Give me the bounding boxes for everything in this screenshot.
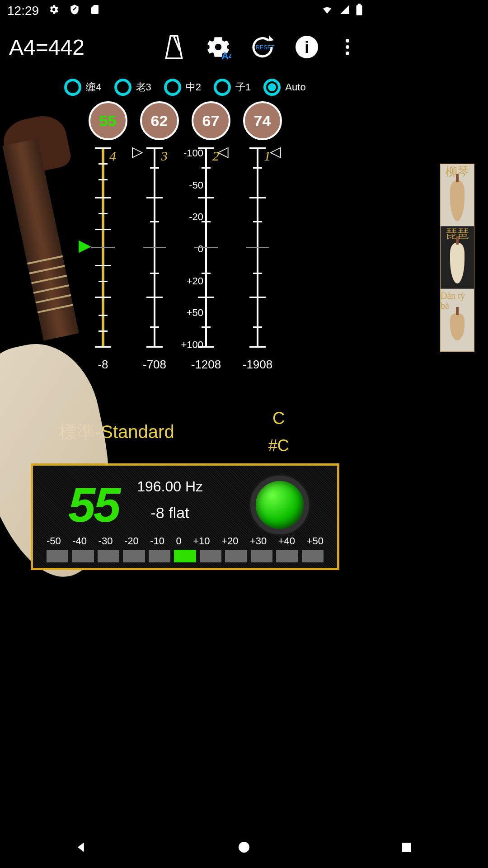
a4-reference-title[interactable]: A4=442 xyxy=(9,35,143,60)
svg-rect-0 xyxy=(357,5,362,15)
app-bar: A4=442 A4 RESET i xyxy=(0,22,370,72)
string-radio-1[interactable]: 子1 xyxy=(214,79,251,96)
midi-button-55[interactable]: 55 xyxy=(89,101,127,140)
meter-string-3: 3 -708 xyxy=(136,143,173,355)
sd-card-icon xyxy=(89,4,100,19)
tuner-display-panel: 55 196.00 Hz -8 flat -50-40-30 -20-100 +… xyxy=(31,463,339,570)
tuning-row: 標準-Standard C #C xyxy=(0,409,370,455)
status-time: 12:29 xyxy=(7,4,39,18)
string-radio-3[interactable]: 老3 xyxy=(114,79,151,96)
svg-rect-1 xyxy=(358,4,361,5)
cents-display: -8 flat xyxy=(137,504,203,522)
info-button[interactable]: i xyxy=(293,33,320,61)
string-radio-auto[interactable]: Auto xyxy=(263,79,305,96)
midi-number-display: 55 xyxy=(68,476,119,533)
wifi-icon xyxy=(320,4,334,18)
svg-text:A4: A4 xyxy=(221,50,231,60)
meter-area: ▷ ◁ ◁ ▶ -100-50 -200 +20+50 +100 4 -8 3 … xyxy=(0,143,370,378)
svg-text:RESET: RESET xyxy=(256,44,275,51)
string-radio-2[interactable]: 中2 xyxy=(164,79,201,96)
meter-string-2: 2 -1208 xyxy=(188,143,224,355)
meter-string-1: 1 -1908 xyxy=(239,143,276,355)
string-select-row: 缠4 老3 中2 子1 Auto xyxy=(0,79,370,96)
midi-button-62[interactable]: 62 xyxy=(140,101,179,140)
midi-button-74[interactable]: 74 xyxy=(243,101,282,140)
metronome-button[interactable] xyxy=(160,33,188,61)
note-sharp-display: #C xyxy=(268,436,289,455)
settings-icon xyxy=(48,4,60,19)
note-display: C xyxy=(268,409,289,428)
reset-button[interactable]: RESET xyxy=(249,33,276,61)
frequency-display: 196.00 Hz xyxy=(137,478,203,495)
midi-row: 55 62 67 74 xyxy=(0,101,370,140)
battery-icon xyxy=(356,4,363,19)
cents-scale: -50-40-30 -20-100 +10+20+30 +40+50 xyxy=(47,535,324,562)
settings-a4-button[interactable]: A4 xyxy=(205,33,232,61)
svg-point-7 xyxy=(346,39,349,42)
tuning-led-indicator xyxy=(250,476,309,534)
status-bar: 12:29 xyxy=(0,0,370,22)
midi-button-67[interactable]: 67 xyxy=(192,101,230,140)
svg-point-9 xyxy=(346,52,349,55)
more-menu-button[interactable] xyxy=(334,33,361,61)
string-radio-4[interactable]: 缠4 xyxy=(64,79,101,96)
meter-string-4: 4 -8 xyxy=(85,143,121,355)
signal-icon xyxy=(339,4,350,18)
shield-icon xyxy=(69,4,80,19)
tuning-name[interactable]: 標準-Standard xyxy=(59,420,174,444)
svg-text:i: i xyxy=(305,38,309,56)
svg-point-8 xyxy=(346,45,349,49)
